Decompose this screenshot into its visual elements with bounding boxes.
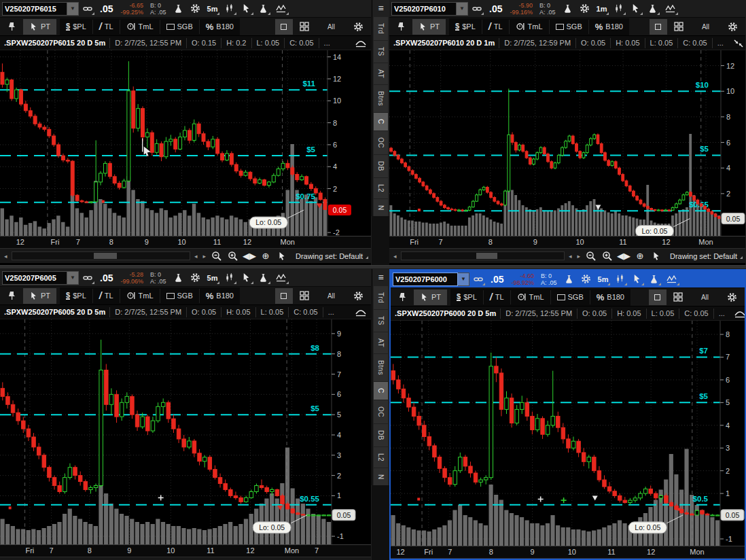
b180-tool-button[interactable]: %B180 [200, 20, 240, 34]
scroll-left-icon[interactable]: ◂ [392, 253, 398, 260]
settings-gear-button[interactable] [578, 272, 594, 287]
sidebar-tab-btns[interactable]: Btns [374, 85, 388, 112]
sgb-tool-button[interactable]: SGB [550, 20, 589, 34]
drawings-zigzag-button[interactable] [272, 270, 289, 285]
pan-horizontal-icon[interactable]: ◀▶ [243, 250, 256, 262]
sidebar-tab-l2[interactable]: L2 [374, 447, 388, 468]
pt-tool-button[interactable]: PT [23, 288, 56, 304]
patterns-icon[interactable] [221, 1, 237, 16]
symbol-dropdown-button[interactable]: ▼ [457, 2, 468, 16]
symbol-input[interactable] [2, 271, 67, 285]
sidebar-tab-oc[interactable]: OC [374, 131, 388, 154]
settings-gear-button[interactable] [188, 270, 203, 285]
settings-gear-button[interactable] [188, 1, 203, 16]
pl-tool-button[interactable]: $$PL [450, 290, 484, 304]
pin-button[interactable] [392, 290, 413, 305]
sidebar-tab-n[interactable]: N [374, 468, 388, 486]
cursor-tool-button[interactable] [629, 272, 645, 287]
more-values-button[interactable]: ... [319, 38, 335, 48]
patterns-icon[interactable] [612, 272, 628, 287]
nudge-right-icon[interactable]: ▸ [575, 253, 582, 260]
grid-layout-button[interactable] [294, 288, 315, 304]
scale-mode-icon[interactable] [730, 309, 746, 319]
pointer-icon[interactable] [275, 250, 289, 262]
cursor-tool-button[interactable] [628, 1, 643, 16]
pin-button[interactable] [391, 19, 412, 35]
symbol-dropdown-button[interactable]: ▼ [67, 2, 79, 16]
pin-button[interactable] [1, 19, 22, 35]
drawing-set-label[interactable]: Drawing set: Default [291, 252, 368, 260]
symbol-input[interactable] [393, 273, 458, 286]
chart-plot-area[interactable]: $10$5$0.65121086420.05Lo: 0.05 [389, 50, 745, 236]
sidebar-tab-c[interactable]: C [374, 113, 388, 130]
pin-button[interactable] [1, 288, 22, 304]
sidebar-tab-trd[interactable]: Trd [374, 286, 388, 309]
drawings-zigzag-button[interactable] [662, 1, 679, 16]
symbol-input[interactable] [391, 2, 457, 16]
sgb-tool-button[interactable]: SGB [160, 289, 200, 303]
sidebar-tab-btns[interactable]: Btns [374, 354, 388, 381]
chart-plot-area[interactable]: $8$5$0.55987654321-10.05Lo: 0.05 [0, 319, 371, 544]
b180-tool-button[interactable]: %B180 [200, 289, 240, 303]
patterns-icon[interactable] [611, 1, 626, 16]
strategies-flask-button[interactable] [255, 270, 271, 285]
patterns-icon[interactable] [221, 270, 237, 285]
studies-flask-button[interactable] [171, 1, 186, 16]
sidebar-tab-l2[interactable]: L2 [374, 178, 388, 198]
timeframe-button[interactable]: 5m [595, 272, 611, 287]
chart-style-button[interactable] [275, 19, 293, 35]
settings-gear-button[interactable] [577, 1, 592, 16]
studies-flask-button[interactable] [560, 1, 575, 16]
pl-tool-button[interactable]: $$PL [60, 20, 93, 34]
timeline-tool-button[interactable]: TmL [510, 20, 550, 34]
trendline-tool-button[interactable]: /TL [484, 290, 511, 304]
chart-plot-area[interactable]: $7$5$0.587654321-10.05Lo: 0.05 [391, 321, 745, 546]
chart-plot-area[interactable]: $11$5$0.751412108642-20.05Lo: 0.05 [0, 50, 371, 236]
toolbar-gear-button[interactable] [347, 19, 370, 35]
grid-layout-button[interactable] [294, 19, 315, 35]
zoom-in-icon[interactable] [601, 250, 614, 262]
trendline-tool-button[interactable]: /TL [93, 20, 120, 34]
sidebar-tab-n[interactable]: N [374, 199, 388, 217]
zoom-out-icon[interactable] [584, 250, 598, 262]
b180-tool-button[interactable]: %B180 [589, 20, 629, 34]
strategies-flask-button[interactable] [255, 1, 271, 16]
scrollbar-thumb[interactable] [476, 253, 497, 259]
b180-tool-button[interactable]: %B180 [590, 290, 630, 304]
link-icon[interactable] [80, 1, 95, 16]
price-chart[interactable]: $7$5$0.587654321-10.05Lo: 0.05 [391, 321, 745, 546]
cursor-tool-button[interactable] [238, 270, 254, 285]
toolbar-gear-button[interactable] [722, 19, 744, 35]
scrollbar-thumb[interactable] [94, 253, 117, 259]
link-icon[interactable] [471, 272, 486, 287]
pt-tool-button[interactable]: PT [23, 19, 56, 35]
sidebar-tab-db[interactable]: DB [374, 155, 388, 177]
scale-mode-icon[interactable] [351, 38, 371, 48]
pl-tool-button[interactable]: $$PL [60, 289, 93, 303]
studies-flask-button[interactable] [171, 270, 186, 285]
drawings-zigzag-button[interactable] [272, 1, 289, 16]
crosshair-icon[interactable]: ⊕ [259, 250, 272, 262]
nudge-right-icon[interactable]: ▸ [201, 253, 207, 260]
sidebar-tab-db[interactable]: DB [374, 424, 388, 447]
strategies-flask-button[interactable] [645, 1, 660, 16]
timeline-tool-button[interactable]: TmL [120, 20, 160, 34]
sidebar-tab-ts[interactable]: TS [374, 41, 388, 63]
pt-tool-button[interactable]: PT [412, 19, 446, 35]
sidebar-tab-at[interactable]: AT [374, 63, 388, 84]
sidebar-tab-oc[interactable]: OC [374, 400, 388, 423]
nudge-left-icon[interactable]: ◂ [567, 253, 573, 260]
sidebar-menu-icon[interactable]: ≡ [372, 0, 389, 16]
all-button[interactable]: All [690, 290, 720, 305]
symbol-input[interactable] [2, 2, 67, 16]
price-chart[interactable]: $8$5$0.55987654321-10.05Lo: 0.05 [0, 319, 371, 544]
studies-flask-button[interactable] [561, 272, 577, 287]
sidebar-tab-ts[interactable]: TS [374, 310, 388, 332]
grid-layout-button[interactable] [667, 290, 689, 305]
drawing-set-label[interactable]: Drawing set: Default [666, 252, 743, 260]
symbol-dropdown-button[interactable]: ▼ [458, 273, 469, 286]
pan-horizontal-icon[interactable]: ◀▶ [617, 250, 630, 262]
sidebar-menu-icon[interactable]: ≡ [372, 269, 389, 285]
timeframe-button[interactable]: 5m [205, 1, 221, 16]
chart-style-button[interactable] [649, 290, 667, 305]
